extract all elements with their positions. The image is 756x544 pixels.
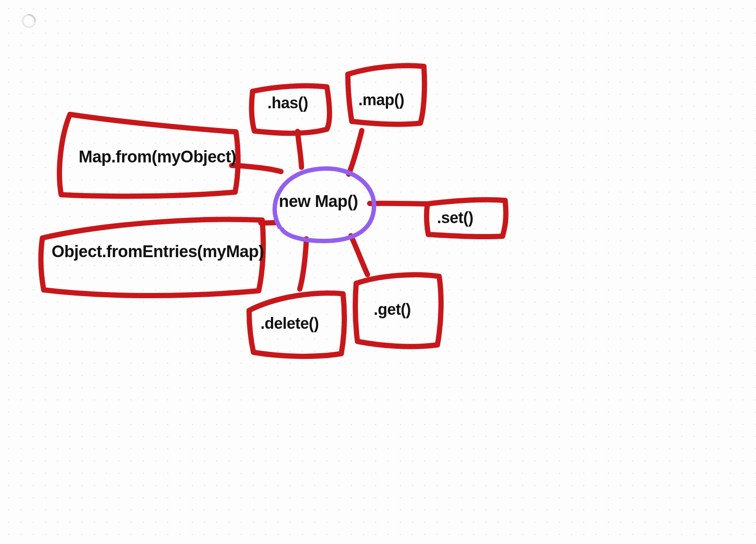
center-node-label: new Map(): [279, 192, 358, 211]
node-has-label: .has(): [267, 94, 308, 112]
node-delete-label: .delete(): [260, 314, 319, 333]
node-objectfromentries-label: Object.fromEntries(myMap): [52, 242, 264, 261]
diagram-drawing: [0, 0, 756, 544]
node-mapfrom-label: Map.from(myObject): [79, 148, 236, 166]
node-set-label: .set(): [437, 209, 473, 227]
node-get-label: .get(): [374, 300, 411, 319]
node-map-label: .map(): [358, 91, 404, 109]
whiteboard-canvas[interactable]: new Map() .has() .map() .set() .get() .d…: [0, 0, 756, 544]
loading-spinner-icon: [21, 13, 37, 29]
